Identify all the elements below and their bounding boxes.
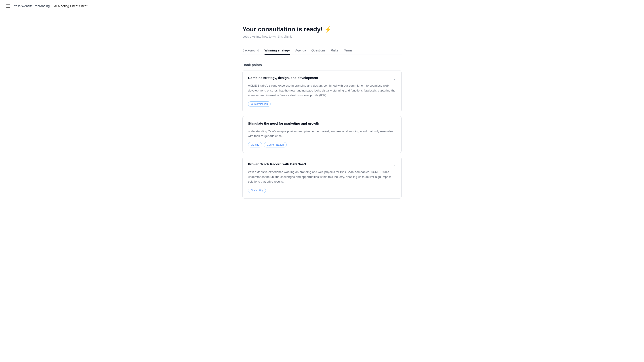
tab-background[interactable]: Background [242, 46, 259, 55]
tab-questions[interactable]: Questions [311, 46, 325, 55]
card-1-body: ACME Studio's strong expertise in brandi… [248, 83, 396, 98]
card-3: Proven Track Record with B2B SaaS ⌄ With… [242, 157, 402, 199]
tab-risks[interactable]: Risks [331, 46, 338, 55]
page-title: Your consultation is ready! ⚡ [242, 26, 402, 33]
card-2-title: Stimulate the need for marketing and gro… [248, 122, 393, 125]
cards-list: Combine strategy, design, and developmen… [242, 70, 402, 199]
header: Yess Website Rebranding / AI Meeting Che… [0, 0, 644, 12]
card-2-header: Stimulate the need for marketing and gro… [248, 122, 396, 126]
card-1-tags: Customization [248, 101, 396, 107]
chevron-down-icon[interactable]: ⌄ [393, 163, 396, 167]
tabs-nav: Background Winning strategy Agenda Quest… [242, 46, 402, 55]
tag-quality[interactable]: Quality [248, 142, 262, 147]
card-2: Stimulate the need for marketing and gro… [242, 116, 402, 153]
lightning-icon: ⚡ [324, 26, 332, 33]
card-1: Combine strategy, design, and developmen… [242, 70, 402, 112]
card-3-body: With extensive experience working on bra… [248, 170, 396, 184]
tab-winning-strategy[interactable]: Winning strategy [264, 46, 290, 55]
tag-customization[interactable]: Customization [264, 142, 287, 147]
card-3-title: Proven Track Record with B2B SaaS [248, 162, 393, 166]
chevron-down-icon[interactable]: ⌄ [393, 76, 396, 81]
breadcrumb-current: AI Meeting Cheat Sheet [54, 4, 88, 8]
tag-scalability[interactable]: Scalability [248, 188, 266, 193]
main-content: Your consultation is ready! ⚡ Let's dive… [237, 12, 407, 208]
card-2-tags: Quality Customization [248, 142, 396, 147]
tag-customization[interactable]: Customization [248, 101, 271, 107]
page-title-text: Your consultation is ready! [242, 26, 323, 33]
card-1-header: Combine strategy, design, and developmen… [248, 76, 396, 81]
card-1-title: Combine strategy, design, and developmen… [248, 76, 393, 80]
card-2-body: understanding Yess's unique position and… [248, 129, 396, 139]
card-3-header: Proven Track Record with B2B SaaS ⌄ [248, 162, 396, 167]
breadcrumb-separator: / [52, 4, 52, 8]
chevron-down-icon[interactable]: ⌄ [393, 122, 396, 126]
page-subtitle: Let's dive into how to win this client. [242, 35, 402, 38]
section-title: Hook points [242, 63, 402, 67]
tab-terms[interactable]: Terms [344, 46, 352, 55]
breadcrumb-project[interactable]: Yess Website Rebranding [14, 4, 50, 8]
breadcrumb: Yess Website Rebranding / AI Meeting Che… [14, 4, 88, 8]
tab-agenda[interactable]: Agenda [295, 46, 306, 55]
menu-icon[interactable] [5, 4, 11, 9]
card-3-tags: Scalability [248, 188, 396, 193]
